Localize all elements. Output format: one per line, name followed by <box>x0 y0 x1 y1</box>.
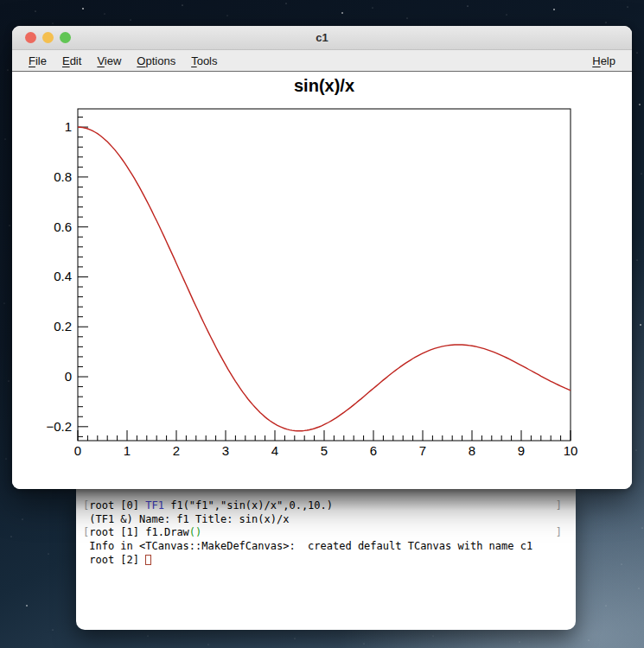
svg-text:6: 6 <box>370 443 377 458</box>
menu-bar: FileEditViewOptionsTools Help <box>12 50 632 72</box>
svg-text:0.4: 0.4 <box>54 269 72 283</box>
menu-bar-right: Help <box>584 54 632 67</box>
root-canvas-window: c1 FileEditViewOptionsTools Help sin(x)/… <box>12 26 632 489</box>
command-mark-right: ] <box>556 499 562 513</box>
terminal-line: (TF1 &) Name: f1 Title: sin(x)/x <box>83 513 569 527</box>
terminal-window: [root [0] TF1 f1("f1","sin(x)/x",0.,10.)… <box>76 489 576 630</box>
svg-text:0: 0 <box>74 443 81 458</box>
svg-text:7: 7 <box>419 443 426 458</box>
terminal-output[interactable]: [root [0] TF1 f1("f1","sin(x)/x",0.,10.)… <box>76 489 576 630</box>
svg-text:4: 4 <box>271 443 278 458</box>
terminal-text: root [1] f1.Draw <box>89 526 189 538</box>
terminal-text: root [2] <box>83 554 145 566</box>
terminal-text: TF1 <box>145 499 164 511</box>
axis-labels: 012345678910−0.200.20.40.60.81 <box>46 119 577 458</box>
terminal-line: [root [0] TF1 f1("f1","sin(x)/x",0.,10.)… <box>83 499 569 513</box>
desktop-stars <box>0 0 2 2</box>
command-mark-right: ] <box>556 526 562 540</box>
svg-text:9: 9 <box>518 443 525 458</box>
svg-text:10: 10 <box>564 443 578 458</box>
terminal-prompt-line[interactable]: root [2] <box>83 554 569 568</box>
menu-bar-left: FileEditViewOptionsTools <box>12 54 226 67</box>
terminal-text: Info in <TCanvas::MakeDefCanvas>: create… <box>83 540 532 552</box>
window-title: c1 <box>12 26 632 50</box>
menu-item-options[interactable]: Options <box>129 54 183 67</box>
terminal-line: [root [1] f1.Draw()] <box>83 526 569 540</box>
svg-text:0.6: 0.6 <box>54 219 72 234</box>
terminal-text: (TF1 &) Name: f1 Title: sin(x)/x <box>83 513 289 525</box>
function-curve <box>78 127 571 431</box>
terminal-cursor[interactable] <box>145 555 151 565</box>
canvas-area[interactable]: sin(x)/x 012345678910−0.200.20.40.60.81 <box>12 72 632 489</box>
menu-item-edit[interactable]: Edit <box>54 54 89 67</box>
svg-text:−0.2: −0.2 <box>46 419 72 434</box>
terminal-line: Info in <TCanvas::MakeDefCanvas>: create… <box>83 540 569 554</box>
terminal-text: f1("f1","sin(x)/x",0.,10.) <box>164 499 333 511</box>
plot-frame <box>78 109 571 441</box>
title-bar[interactable]: c1 <box>12 26 632 50</box>
svg-text:2: 2 <box>173 443 180 458</box>
menu-item-view[interactable]: View <box>89 54 129 67</box>
terminal-text: () <box>189 526 201 538</box>
svg-text:0.2: 0.2 <box>54 319 72 334</box>
menu-item-tools[interactable]: Tools <box>183 54 225 67</box>
svg-text:0.8: 0.8 <box>54 169 72 184</box>
axis-ticks <box>78 118 571 441</box>
plot-svg: sin(x)/x 012345678910−0.200.20.40.60.81 <box>12 72 632 488</box>
terminal-text: root [0] <box>89 499 145 511</box>
svg-text:5: 5 <box>321 443 328 458</box>
svg-text:8: 8 <box>469 443 475 458</box>
svg-text:3: 3 <box>222 443 229 458</box>
menu-item-help[interactable]: Help <box>584 54 623 67</box>
svg-text:1: 1 <box>65 119 72 134</box>
svg-text:1: 1 <box>124 443 131 458</box>
menu-item-file[interactable]: File <box>21 54 54 67</box>
desktop-background: c1 FileEditViewOptionsTools Help sin(x)/… <box>0 0 644 648</box>
plot-title: sin(x)/x <box>294 76 354 95</box>
svg-text:0: 0 <box>65 369 72 384</box>
